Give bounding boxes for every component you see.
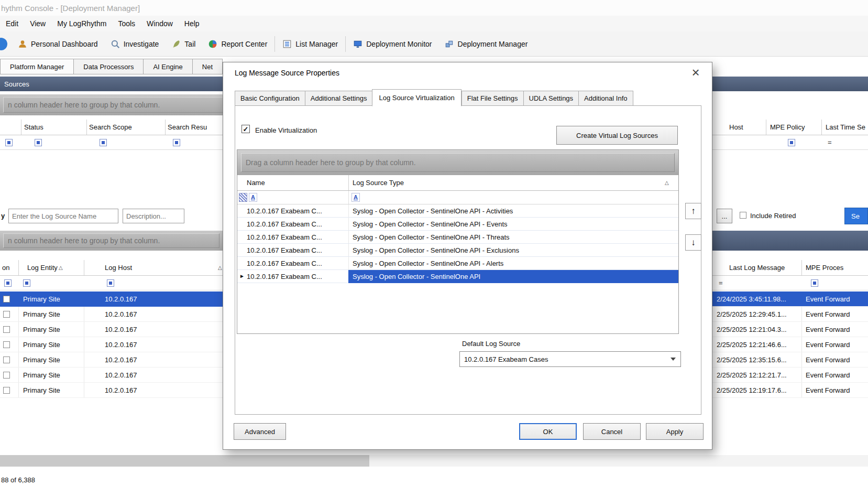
log-source-name-input[interactable] xyxy=(8,209,118,223)
table-row[interactable]: Primary Site 10.2.0.167 xyxy=(0,383,223,398)
filter-checkbox-icon[interactable] xyxy=(5,139,13,146)
filter-checkbox-icon[interactable] xyxy=(100,139,107,146)
tab-data-processors[interactable]: Data Processors xyxy=(73,59,143,74)
search-button[interactable]: Se xyxy=(844,208,868,224)
column-header-log-entity[interactable]: Log Entity xyxy=(27,264,58,272)
tail-button[interactable]: Tail xyxy=(165,35,202,53)
group-by-panel-bottom[interactable]: n column header here to group by that co… xyxy=(0,231,223,251)
table-row[interactable]: Primary Site 10.2.0.167 xyxy=(0,352,223,368)
column-header-action[interactable]: on xyxy=(2,264,9,272)
mpe-processing-cell: Event Forward xyxy=(806,310,850,318)
tab-additional-info[interactable]: Additional Info xyxy=(578,91,633,106)
row-checkbox[interactable] xyxy=(3,372,10,379)
move-up-button[interactable]: ↑ xyxy=(685,203,701,219)
filter-checkbox-icon[interactable] xyxy=(4,279,12,287)
tab-log-source-virtualization[interactable]: Log Source Virtualization xyxy=(372,89,461,106)
column-header-last-log-message[interactable]: Last Log Message xyxy=(729,264,785,272)
table-row[interactable]: 2/25/2025 12:21:04.3... Event Forward xyxy=(712,322,868,337)
equals-filter-icon[interactable]: = xyxy=(719,279,723,287)
default-log-source-dropdown[interactable]: 10.2.0.167 Exabeam Cases xyxy=(459,351,681,367)
menu-view[interactable]: View xyxy=(24,16,51,31)
menu-tools[interactable]: Tools xyxy=(112,16,141,31)
close-icon[interactable]: × xyxy=(687,63,705,81)
row-filter-icon[interactable] xyxy=(239,193,247,202)
column-header-search-results[interactable]: Search Resu xyxy=(168,123,207,131)
filter-checkbox-icon[interactable] xyxy=(35,139,42,146)
column-header-status[interactable]: Status xyxy=(24,123,43,131)
move-down-button[interactable]: ↓ xyxy=(685,234,701,251)
column-header-name[interactable]: Name xyxy=(247,179,265,187)
create-virtual-log-sources-button[interactable]: Create Virtual Log Sources xyxy=(556,126,678,145)
column-header-mpe-policy[interactable]: MPE Policy xyxy=(770,123,805,131)
ok-button[interactable]: OK xyxy=(519,423,577,440)
tab-udla-settings[interactable]: UDLA Settings xyxy=(523,91,579,106)
horizontal-scrollbar-thumb[interactable] xyxy=(0,455,369,467)
dropdown-button[interactable] xyxy=(666,352,680,366)
table-row[interactable]: Primary Site 10.2.0.167 xyxy=(0,337,223,352)
filter-checkbox-icon[interactable] xyxy=(173,139,180,146)
personal-dashboard-button[interactable]: Personal Dashboard xyxy=(12,35,104,53)
tab-ai-engine[interactable]: AI Engine xyxy=(143,59,192,74)
tab-flat-file-settings[interactable]: Flat File Settings xyxy=(462,91,523,106)
column-header-mpe-processing[interactable]: MPE Proces xyxy=(806,264,843,272)
row-checkbox[interactable] xyxy=(3,357,10,363)
row-checkbox[interactable] xyxy=(3,326,10,333)
column-header-search-scope[interactable]: Search Scope xyxy=(89,123,132,131)
virtual-source-row[interactable]: 10.2.0.167 Exabeam C... Syslog - Open Co… xyxy=(237,244,678,257)
apply-button[interactable]: Apply xyxy=(646,423,704,440)
tab-network[interactable]: Net xyxy=(192,59,223,74)
cancel-button[interactable]: Cancel xyxy=(583,423,641,440)
report-center-button[interactable]: Report Center xyxy=(202,35,273,53)
tab-additional-settings[interactable]: Additional Settings xyxy=(305,91,372,106)
virtual-source-row-selected[interactable]: ► 10.2.0.167 Exabeam C... Syslog - Open … xyxy=(237,270,678,283)
virtual-source-row[interactable]: 10.2.0.167 Exabeam C... Syslog - Open Co… xyxy=(237,231,678,244)
list-manager-button[interactable]: List Manager xyxy=(276,35,344,53)
virtual-source-row[interactable]: 10.2.0.167 Exabeam C... Syslog - Open Co… xyxy=(237,218,678,231)
group-by-panel[interactable]: Drag a column header here to group by th… xyxy=(237,150,678,175)
table-row[interactable]: Primary Site 10.2.0.167 xyxy=(0,307,223,322)
column-header-last-time[interactable]: Last Time Se xyxy=(826,123,865,131)
tab-platform-manager[interactable]: Platform Manager xyxy=(0,59,73,74)
column-divider xyxy=(18,260,19,275)
table-row[interactable]: Primary Site 10.2.0.167 xyxy=(0,322,223,337)
ellipsis-button[interactable]: ... xyxy=(717,209,732,223)
virtual-source-row[interactable]: 10.2.0.167 Exabeam C... Syslog - Open Co… xyxy=(237,257,678,270)
investigate-button[interactable]: Investigate xyxy=(104,35,166,53)
menu-help[interactable]: Help xyxy=(179,16,205,31)
menu-window[interactable]: Window xyxy=(141,16,179,31)
filter-checkbox-icon[interactable] xyxy=(23,279,30,287)
text-filter-icon[interactable]: A xyxy=(351,193,360,202)
table-row[interactable]: Primary Site 10.2.0.167 xyxy=(0,368,223,383)
enable-virtualization-checkbox[interactable]: ✓ xyxy=(241,125,250,133)
deployment-monitor-button[interactable]: Deployment Monitor xyxy=(347,35,438,53)
column-header-host[interactable]: Host xyxy=(729,123,743,131)
equals-filter-icon[interactable]: = xyxy=(828,138,832,146)
table-row[interactable]: Primary Site 10.2.0.167 xyxy=(0,291,223,307)
deployment-manager-button[interactable]: Deployment Manager xyxy=(438,35,534,53)
toolbar-label: Investigate xyxy=(124,40,159,48)
menu-edit[interactable]: Edit xyxy=(0,16,24,31)
filter-checkbox-icon[interactable] xyxy=(811,279,818,287)
column-header-log-source-type[interactable]: Log Source Type xyxy=(353,179,404,187)
row-checkbox[interactable] xyxy=(3,341,10,348)
tab-basic-configuration[interactable]: Basic Configuration xyxy=(235,91,305,106)
table-row[interactable]: 2/25/2025 12:21:46.6... Event Forward xyxy=(712,337,868,352)
column-header-log-host[interactable]: Log Host xyxy=(105,264,132,272)
filter-checkbox-icon[interactable] xyxy=(107,279,114,287)
table-row[interactable]: 2/25/2025 12:35:15.6... Event Forward xyxy=(712,352,868,368)
row-checkbox[interactable] xyxy=(3,311,10,318)
description-input[interactable] xyxy=(123,209,184,223)
table-row[interactable]: 2/24/2025 3:45:11.98... Event Forward xyxy=(712,291,868,307)
text-filter-icon[interactable]: A xyxy=(249,193,257,202)
table-row[interactable]: 2/25/2025 12:29:45.1... Event Forward xyxy=(712,307,868,322)
menu-my-logrhythm[interactable]: My LogRhythm xyxy=(51,16,112,31)
table-row[interactable]: 2/25/2025 12:19:17.6... Event Forward xyxy=(712,383,868,398)
virtual-source-row[interactable]: 10.2.0.167 Exabeam C... Syslog - Open Co… xyxy=(237,204,678,218)
filter-checkbox-icon[interactable] xyxy=(788,139,795,146)
partial-toolbar-icon[interactable] xyxy=(0,38,7,50)
row-checkbox[interactable] xyxy=(3,296,10,303)
row-checkbox[interactable] xyxy=(3,387,10,394)
advanced-button[interactable]: Advanced xyxy=(234,423,286,440)
table-row[interactable]: 2/25/2025 12:12:21.7... Event Forward xyxy=(712,368,868,383)
include-retired-checkbox[interactable] xyxy=(740,212,746,219)
